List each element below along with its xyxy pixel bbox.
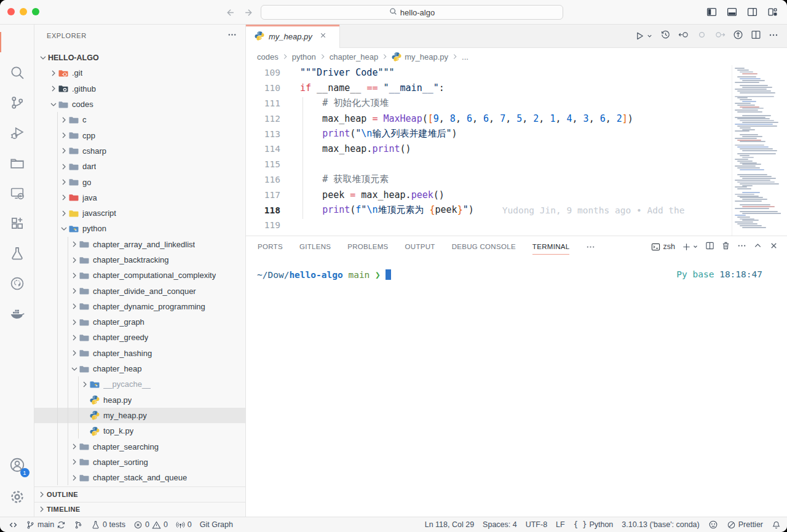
timeline-history-icon[interactable] bbox=[660, 30, 671, 42]
code-line-116[interactable]: 116 # 获取堆顶元素 bbox=[246, 172, 732, 188]
file-top-k-py[interactable]: top_k.py bbox=[34, 423, 245, 439]
run-python-file-button[interactable] bbox=[635, 31, 653, 41]
code-line-118[interactable]: 118 print(f"\n堆顶元素为 {peek}")Yudong Jin, … bbox=[246, 202, 732, 218]
code-editor[interactable]: 109"""Driver Code"""110if __name__ == "_… bbox=[246, 65, 732, 236]
folder-chapter-backtracking[interactable]: chapter_backtracking bbox=[34, 252, 245, 268]
minimize-window-button[interactable] bbox=[20, 8, 27, 15]
next-change-icon[interactable] bbox=[714, 30, 726, 42]
folder--git[interactable]: .git bbox=[34, 65, 245, 81]
code-line-111[interactable]: 111 # 初始化大顶堆 bbox=[246, 96, 732, 111]
close-window-button[interactable] bbox=[7, 8, 15, 15]
terminal-shell-selector[interactable]: zsh bbox=[651, 242, 675, 252]
activity-project-folder-icon[interactable] bbox=[0, 148, 34, 178]
status-python[interactable]: { }Python bbox=[574, 517, 614, 532]
file-my-heap-py[interactable]: my_heap.py bbox=[34, 408, 245, 423]
explorer-more-actions-icon[interactable] bbox=[227, 30, 237, 42]
folder-chapter-array-and-linkedlist[interactable]: chapter_array_and_linkedlist bbox=[34, 237, 245, 252]
editor-more-actions-icon[interactable] bbox=[769, 30, 778, 42]
folder-c[interactable]: c bbox=[34, 112, 245, 127]
panel-more-tabs-icon[interactable] bbox=[586, 236, 595, 257]
folder-codes[interactable]: codes bbox=[34, 97, 245, 112]
zoom-window-button[interactable] bbox=[32, 8, 39, 15]
toggle-panel-icon[interactable] bbox=[726, 6, 738, 18]
folder-chapter-computational-complexity[interactable]: chapter_computational_complexity bbox=[34, 268, 245, 283]
folder-dart[interactable]: dart bbox=[34, 159, 245, 174]
code-line-113[interactable]: 113 print("\n输入列表并建堆后") bbox=[246, 126, 732, 141]
status-0[interactable]: 0 bbox=[176, 517, 192, 532]
folder-csharp[interactable]: csharp bbox=[34, 143, 245, 159]
status-main[interactable]: main bbox=[26, 517, 66, 532]
status-ln-118-col-29[interactable]: Ln 118, Col 29 bbox=[425, 517, 474, 532]
settings-gear-icon[interactable] bbox=[0, 481, 34, 513]
folder-chapter-dynamic-programming[interactable]: chapter_dynamic_programming bbox=[34, 299, 245, 314]
folder-hello-algo[interactable]: HELLO-ALGO bbox=[34, 50, 245, 65]
breadcrumb-item[interactable]: my_heap.py bbox=[392, 52, 448, 62]
status-git-graph[interactable]: Git Graph bbox=[200, 517, 233, 532]
breadcrumb-item[interactable]: chapter_heap bbox=[330, 52, 379, 62]
folder-chapter-sorting[interactable]: chapter_sorting bbox=[34, 455, 245, 470]
status-spaces-4[interactable]: Spaces: 4 bbox=[483, 517, 517, 532]
activity-testing-icon[interactable] bbox=[0, 238, 34, 268]
activity-search-icon[interactable] bbox=[0, 57, 34, 87]
panel-tab-output[interactable]: OUTPUT bbox=[405, 236, 435, 257]
close-panel-icon[interactable] bbox=[769, 241, 778, 253]
section-timeline[interactable]: TIMELINE bbox=[34, 502, 245, 517]
activity-source-control-icon[interactable] bbox=[0, 87, 34, 117]
panel-tab-problems[interactable]: PROBLEMS bbox=[347, 236, 388, 257]
folder-java[interactable]: java bbox=[34, 190, 245, 205]
command-center-search[interactable]: hello-algo bbox=[261, 5, 563, 20]
breadcrumb-item[interactable]: codes bbox=[257, 52, 279, 62]
status-lf[interactable]: LF bbox=[556, 517, 565, 532]
folder-python[interactable]: python bbox=[34, 221, 245, 236]
folder-chapter-heap[interactable]: chapter_heap bbox=[34, 361, 245, 376]
folder-go[interactable]: go bbox=[34, 174, 245, 189]
activity-run-debug-icon[interactable] bbox=[0, 117, 34, 148]
activity-extensions-icon[interactable] bbox=[0, 208, 34, 238]
open-changes-icon[interactable] bbox=[678, 30, 689, 42]
code-line-115[interactable]: 115 bbox=[246, 157, 732, 172]
status-bell[interactable] bbox=[772, 517, 781, 532]
panel-tab-gitlens[interactable]: GITLENS bbox=[299, 236, 331, 257]
folder-chapter-stack-and-queue[interactable]: chapter_stack_and_queue bbox=[34, 470, 245, 485]
status-utf-8[interactable]: UTF-8 bbox=[526, 517, 547, 532]
close-tab-icon[interactable] bbox=[319, 31, 327, 41]
previous-change-icon[interactable] bbox=[697, 30, 707, 42]
breadcrumb-item[interactable]: ... bbox=[462, 52, 469, 62]
status-0-tests[interactable]: 0 tests bbox=[91, 517, 125, 532]
status-3-10-13-base-conda-[interactable]: 3.10.13 ('base': conda) bbox=[622, 517, 699, 532]
status-0[interactable]: 00 bbox=[133, 517, 168, 532]
gitlens-graph-icon[interactable] bbox=[733, 30, 743, 42]
activity-remote-explorer-icon[interactable] bbox=[0, 178, 34, 208]
panel-tab-ports[interactable]: PORTS bbox=[258, 236, 283, 257]
status-prettier[interactable]: Prettier bbox=[727, 517, 763, 532]
section-outline[interactable]: OUTLINE bbox=[34, 486, 245, 502]
code-line-119[interactable]: 119 bbox=[246, 218, 732, 233]
code-line-109[interactable]: 109"""Driver Code""" bbox=[246, 65, 732, 81]
status-octoface[interactable] bbox=[708, 517, 718, 532]
accounts-icon[interactable]: 1 bbox=[0, 449, 34, 481]
tab-my-heap[interactable]: my_heap.py bbox=[246, 25, 340, 48]
navigate-back-button[interactable] bbox=[223, 6, 236, 19]
folder-chapter-hashing[interactable]: chapter_hashing bbox=[34, 346, 245, 361]
folder-chapter-greedy[interactable]: chapter_greedy bbox=[34, 330, 245, 345]
split-editor-icon[interactable] bbox=[751, 30, 761, 42]
panel-tab-debug-console[interactable]: DEBUG CONSOLE bbox=[452, 236, 516, 257]
file-heap-py[interactable]: heap.py bbox=[34, 392, 245, 408]
navigate-forward-button[interactable] bbox=[242, 6, 256, 19]
maximize-panel-icon[interactable] bbox=[753, 241, 762, 253]
folder--github[interactable]: .github bbox=[34, 81, 245, 97]
folder-chapter-searching[interactable]: chapter_searching bbox=[34, 439, 245, 454]
folder--pycache-[interactable]: __pycache__ bbox=[34, 376, 245, 392]
code-line-110[interactable]: 110if __name__ == "__main__": bbox=[246, 81, 732, 96]
toggle-secondary-sidebar-icon[interactable] bbox=[746, 6, 758, 18]
toggle-sidebar-icon[interactable] bbox=[705, 6, 718, 18]
customize-layout-icon[interactable] bbox=[766, 6, 778, 18]
terminal-content[interactable]: ~/Dow/hello-algo main ❯ Py base 18:18:47 bbox=[246, 257, 787, 280]
folder-cpp[interactable]: cpp bbox=[34, 127, 245, 143]
code-line-114[interactable]: 114 max_heap.print() bbox=[246, 141, 732, 157]
status-branch2[interactable] bbox=[74, 517, 83, 532]
activity-github-icon[interactable] bbox=[0, 268, 34, 298]
minimap[interactable] bbox=[732, 65, 781, 236]
panel-more-actions-icon[interactable] bbox=[737, 241, 746, 253]
code-line-112[interactable]: 112 max_heap = MaxHeap([9, 8, 6, 6, 7, 5… bbox=[246, 111, 732, 126]
